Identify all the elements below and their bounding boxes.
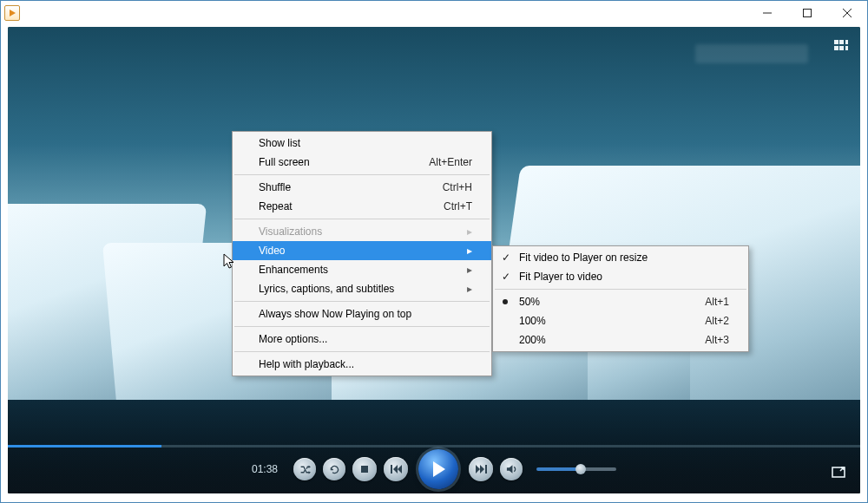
volume-thumb[interactable] [575, 464, 586, 474]
chevron-right-icon: ▸ [464, 245, 472, 257]
check-icon: ✓ [500, 271, 512, 283]
menu-show-list[interactable]: Show list [233, 134, 491, 153]
stop-button[interactable] [352, 457, 377, 481]
svg-rect-0 [804, 10, 812, 17]
play-button[interactable] [418, 449, 458, 489]
menu-separator [234, 174, 490, 175]
close-button[interactable] [827, 1, 867, 25]
chevron-right-icon: ▸ [464, 264, 472, 276]
elapsed-time: 01:38 [252, 463, 278, 475]
volume-slider[interactable] [536, 467, 616, 471]
menu-more-options[interactable]: More options... [233, 330, 491, 349]
menu-full-screen[interactable]: Full screenAlt+Enter [233, 153, 491, 172]
submenu-fit-player[interactable]: ✓Fit Player to video [493, 267, 748, 286]
menu-help-playback[interactable]: Help with playback... [233, 355, 491, 374]
svg-rect-8 [391, 465, 392, 474]
shuffle-button[interactable] [293, 458, 316, 480]
minimize-button[interactable] [747, 1, 787, 25]
submenu-100[interactable]: 100%Alt+2 [493, 311, 748, 330]
next-button[interactable] [469, 457, 493, 481]
svg-rect-7 [361, 466, 368, 473]
video-area[interactable]: Show list Full screenAlt+Enter ShuffleCt… [8, 27, 860, 493]
svg-rect-5 [839, 46, 844, 50]
svg-rect-9 [485, 465, 487, 474]
submenu-50[interactable]: 50%Alt+1 [493, 292, 748, 311]
fullscreen-button[interactable] [829, 462, 848, 481]
menu-lyrics[interactable]: Lyrics, captions, and subtitles▸ [233, 279, 491, 298]
menu-always-top[interactable]: Always show Now Playing on top [233, 304, 491, 323]
menu-separator [234, 219, 490, 219]
mute-button[interactable] [500, 458, 523, 480]
menu-separator [234, 351, 490, 352]
player-window: Show list Full screenAlt+Enter ShuffleCt… [0, 0, 868, 503]
context-menu: Show list Full screenAlt+Enter ShuffleCt… [232, 131, 492, 376]
menu-enhancements[interactable]: Enhancements▸ [233, 260, 491, 279]
video-watermark [695, 44, 808, 63]
menu-shuffle[interactable]: ShuffleCtrl+H [233, 178, 491, 197]
radio-dot-icon [503, 299, 508, 304]
chevron-right-icon: ▸ [464, 283, 472, 295]
check-icon: ✓ [500, 252, 512, 264]
chevron-right-icon: ▸ [464, 225, 472, 238]
titlebar [1, 1, 867, 25]
switch-view-icon[interactable] [834, 39, 848, 56]
svg-rect-1 [834, 40, 838, 44]
menu-separator [234, 326, 490, 327]
menu-separator [495, 289, 746, 290]
app-icon [4, 5, 20, 21]
menu-visualizations: Visualizations▸ [233, 222, 491, 241]
svg-rect-2 [839, 40, 844, 44]
submenu-200[interactable]: 200%Alt+3 [493, 330, 748, 349]
svg-rect-6 [845, 46, 848, 50]
menu-separator [234, 301, 490, 302]
playback-controls: 01:38 [8, 445, 860, 493]
menu-repeat[interactable]: RepeatCtrl+T [233, 197, 491, 216]
previous-button[interactable] [384, 457, 408, 481]
maximize-button[interactable] [787, 1, 827, 25]
seek-progress [8, 445, 161, 447]
submenu-fit-on-resize[interactable]: ✓Fit video to Player on resize [493, 248, 748, 267]
menu-video[interactable]: Video▸ [233, 241, 491, 260]
repeat-button[interactable] [323, 458, 345, 480]
svg-rect-3 [845, 40, 848, 44]
video-submenu: ✓Fit video to Player on resize ✓Fit Play… [492, 245, 749, 352]
seek-bar[interactable] [8, 445, 860, 447]
svg-rect-4 [834, 46, 838, 50]
